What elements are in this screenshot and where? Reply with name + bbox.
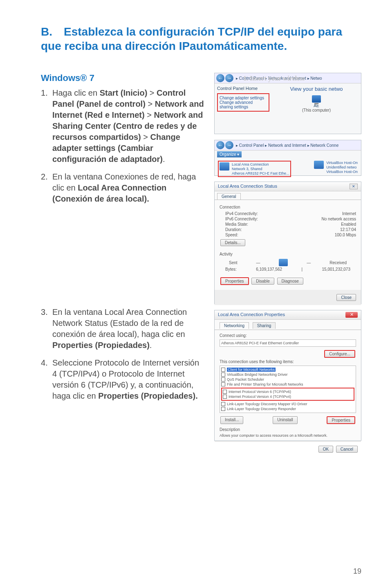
nav-bar-2: ← → ▸ Control Panel ▸ Network and Intern… — [215, 140, 361, 150]
control-panel-home-link[interactable]: Control Panel Home — [217, 86, 269, 91]
network-adapter-icon — [220, 162, 229, 171]
checkbox-icon[interactable] — [221, 373, 225, 377]
forward-button[interactable]: → — [225, 74, 233, 82]
description-heading: Description — [220, 427, 356, 432]
sharing-tab[interactable]: Sharing — [253, 322, 276, 329]
computer-icon — [312, 95, 321, 103]
section-heading: B.Establezca la configuración TCP/IP del… — [41, 25, 361, 53]
dialog-title-props: Local Area Connection Properties — [218, 312, 285, 318]
cancel-button[interactable]: Cancel — [336, 446, 358, 453]
activity-section-label: Activity — [220, 252, 356, 256]
screenshot-connection-properties: Local Area Connection Properties ✕ Netwo… — [214, 310, 361, 441]
heading-body: Establezca la configuración TCP/IP del e… — [41, 25, 342, 52]
close-button[interactable]: ✕ — [350, 184, 358, 189]
details-button[interactable]: Details... — [220, 239, 245, 246]
local-area-connection-item[interactable]: Local Area Connection Network 3, Shared … — [218, 161, 291, 177]
connect-using-label: Connect using: — [220, 333, 356, 338]
diagnose-button[interactable]: Diagnose — [277, 278, 303, 285]
uninstall-button[interactable]: Uninstall — [273, 416, 297, 424]
forward-button-2[interactable]: → — [225, 141, 233, 149]
virtualbox-connection-item[interactable]: VirtualBox Host-On Unidentified netwo Vi… — [314, 161, 358, 177]
screenshot-connection-status: Local Area Connection Status ✕ General C… — [214, 182, 361, 304]
step-2: En la ventana Conexiones de red, haga cl… — [41, 171, 204, 204]
network-adapter-icon — [314, 161, 324, 169]
step-1: Haga clic en Start (Inicio) > Control Pa… — [41, 88, 204, 165]
general-tab[interactable]: General — [217, 193, 241, 200]
items-intro: This connection uses the following items… — [220, 359, 356, 364]
ok-button[interactable]: OK — [318, 446, 333, 453]
activity-icon — [279, 259, 288, 266]
description-text: Allows your computer to access resources… — [220, 433, 356, 438]
change-adapter-link[interactable]: Change adapter settings — [220, 96, 267, 100]
back-button[interactable]: ← — [216, 74, 224, 82]
dialog-title: Local Area Connection Status — [218, 184, 277, 189]
install-button[interactable]: Install... — [220, 416, 243, 424]
adapter-field: Atheros AR8152 PCI-E Fast Ethernet Contr… — [220, 339, 356, 347]
highlighted-links: Change adapter settings Change advanced … — [217, 93, 269, 112]
component-properties-button[interactable]: Properties — [327, 416, 355, 424]
close-dialog-button[interactable]: Close — [336, 294, 356, 301]
disable-button[interactable]: Disable — [251, 278, 274, 285]
configure-button[interactable]: Configure... — [324, 350, 355, 358]
background-faded-text: 1. Insert your wireless — [243, 75, 305, 82]
heading-letter: B. — [41, 25, 64, 39]
checkbox-icon[interactable] — [221, 402, 225, 406]
checkbox-icon[interactable] — [221, 407, 225, 411]
checkbox-icon[interactable] — [223, 390, 227, 394]
checkbox-icon[interactable] — [221, 382, 225, 386]
screenshot-network-connections: ← → ▸ Control Panel ▸ Network and Intern… — [214, 140, 361, 176]
step-3: En la ventana Local Area Connection Netw… — [41, 307, 204, 351]
close-button[interactable]: ✕ — [345, 312, 358, 318]
back-button-2[interactable]: ← — [216, 141, 224, 149]
connection-section-label: Connection — [220, 205, 356, 209]
os-subheading: Windows® 7 — [41, 73, 204, 83]
breadcrumb-2[interactable]: ▸ Control Panel ▸ Network and Internet ▸… — [236, 143, 338, 148]
page-number: 19 — [353, 567, 361, 576]
properties-button[interactable]: Properties — [220, 277, 249, 285]
networking-tab[interactable]: Networking — [220, 322, 249, 329]
checkbox-icon[interactable] — [221, 368, 225, 372]
checkbox-icon[interactable] — [223, 395, 227, 399]
change-advanced-link[interactable]: Change advanced sharing settings — [220, 100, 267, 109]
this-computer-label: (This computer) — [274, 108, 359, 112]
view-basic-network-text: View your basic netwo — [274, 86, 359, 92]
organize-menu[interactable]: Organize ▾ — [217, 151, 242, 157]
components-list[interactable]: Client for Microsoft Networks VirtualBox… — [220, 366, 356, 413]
checkbox-icon[interactable] — [221, 377, 225, 382]
step-4: Seleccione Protocolo de Internet versión… — [41, 357, 204, 402]
screenshot-control-panel: 1. Insert your wireless ← → ▸ Control Pa… — [214, 73, 361, 134]
